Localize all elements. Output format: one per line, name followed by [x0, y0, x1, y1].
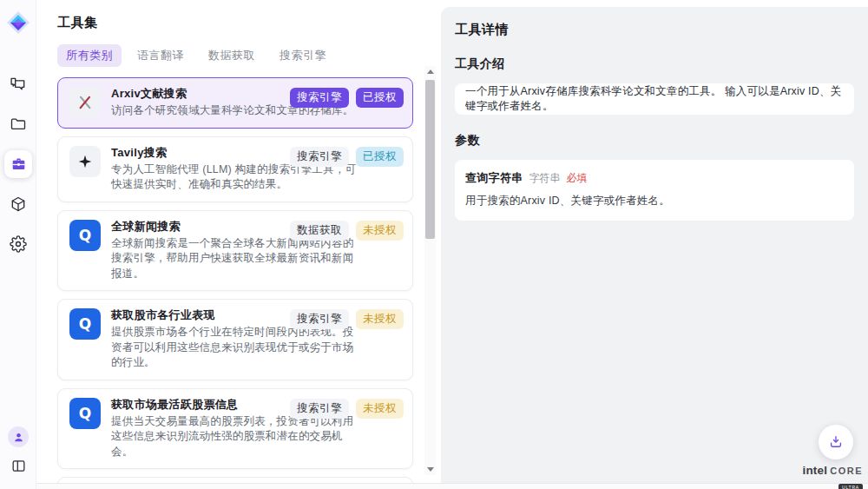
download-icon	[828, 434, 844, 450]
download-button[interactable]	[819, 425, 853, 459]
sidebar	[0, 0, 36, 489]
category-badge: 数据获取	[290, 221, 349, 241]
tool-description: 全球新闻搜索是一个聚合全球各大新闻网站内容的搜索引擎，帮助用户快速获取全球最新资…	[111, 236, 359, 282]
intro-heading: 工具介绍	[455, 56, 854, 72]
ultra-badge: ULTRA	[838, 484, 863, 489]
tool-card[interactable]: Q全球新闻搜索全球新闻搜索是一个聚合全球各大新闻网站内容的搜索引擎，帮助用户快速…	[57, 210, 413, 292]
details-title: 工具详情	[455, 22, 854, 38]
scroll-up-icon[interactable]	[424, 66, 436, 77]
params-heading: 参数	[455, 133, 854, 149]
parameter-name: 查询字符串	[465, 170, 523, 186]
app-window: 工具集 所有类别语言翻译数据获取搜索引擎 Arxiv文献搜索访问各个研究领域大量…	[0, 0, 868, 489]
sidebar-bottom	[0, 426, 36, 477]
status-badge: 已授权	[356, 88, 404, 108]
gear-icon[interactable]	[9, 235, 28, 254]
blue-search-icon: Q	[69, 220, 101, 251]
category-badge: 搜索引擎	[290, 147, 349, 167]
list-scrollbar[interactable]	[424, 66, 436, 475]
tool-card[interactable]: Q获取股市各行业表现提供股票市场各个行业在特定时间段内的表现。投资者可以利用这些…	[57, 299, 413, 380]
status-badge: 未授权	[356, 221, 404, 241]
category-tabs: 所有类别语言翻译数据获取搜索引擎	[57, 45, 441, 66]
tab-0[interactable]: 所有类别	[57, 44, 122, 67]
app-logo	[6, 10, 30, 35]
toolbox-icon[interactable]	[4, 150, 32, 178]
tavily-star-icon	[69, 146, 101, 177]
tool-card[interactable]: Tavily搜索专为人工智能代理 (LLM) 构建的搜索引擎工具，可快速提供实时…	[57, 136, 413, 202]
tool-description: 提供股票市场各个行业在特定时间段内的表现。投资者可以利用这些信息来识别表现优于或…	[111, 325, 359, 371]
cube-icon[interactable]	[9, 195, 28, 214]
tab-2[interactable]: 数据获取	[200, 44, 264, 67]
user-avatar-icon[interactable]	[8, 426, 29, 447]
page-title: 工具集	[57, 15, 441, 31]
toolset-panel: 工具集 所有类别语言翻译数据获取搜索引擎 Arxiv文献搜索访问各个研究领域大量…	[36, 0, 441, 483]
scroll-down-icon[interactable]	[424, 464, 436, 475]
tool-details-panel: 工具详情 工具介绍 一个用于从Arxiv存储库搜索科学论文和文章的工具。 输入可…	[441, 7, 868, 483]
tab-3[interactable]: 搜索引擎	[271, 44, 335, 67]
status-badge: 已授权	[356, 147, 404, 167]
parameter-description: 用于搜索的Arxiv ID、关键字或作者姓名。	[465, 194, 844, 208]
window-bottom-edge	[0, 483, 868, 489]
panels-icon[interactable]	[10, 458, 27, 477]
intel-core-logo: intel CORE ULTRA	[802, 464, 863, 489]
chat-icon[interactable]	[9, 75, 28, 94]
sidebar-nav	[0, 75, 36, 254]
category-badge: 搜索引擎	[290, 309, 349, 329]
status-badge: 未授权	[356, 399, 404, 419]
arxiv-x-icon	[69, 87, 101, 118]
blue-search-icon: Q	[69, 398, 101, 429]
intro-text: 一个用于从Arxiv存储库搜索科学论文和文章的工具。 输入可以是Arxiv ID…	[465, 84, 844, 114]
scrollbar-thumb[interactable]	[425, 80, 435, 239]
parameter-card: 查询字符串 字符串 必填 用于搜索的Arxiv ID、关键字或作者姓名。	[455, 160, 854, 221]
tab-1[interactable]: 语言翻译	[128, 44, 193, 67]
intel-wordmark: intel	[802, 464, 827, 477]
status-badge: 未授权	[356, 309, 404, 329]
category-badge: 搜索引擎	[290, 399, 349, 419]
tool-description: 提供当天交易量最高的股票列表，投资者可以利用这些信息来识别流动性强的股票和潜在的…	[111, 414, 359, 460]
tool-card[interactable]: Arxiv文献搜索访问各个研究领域大量科学论文和文章的存储库。搜索引擎已授权	[57, 77, 413, 129]
required-badge: 必填	[567, 171, 588, 186]
tool-card[interactable]: Q获取市场最活跃股票信息提供当天交易量最高的股票列表，投资者可以利用这些信息来识…	[57, 388, 413, 470]
category-badge: 搜索引擎	[290, 88, 349, 108]
tool-card[interactable]: 万维地区新闻查询查询具体行政区划内的新闻，快速了解各地新闻动搜索引擎未授权	[57, 477, 413, 483]
intro-card: 一个用于从Arxiv存储库搜索科学论文和文章的工具。 输入可以是Arxiv ID…	[455, 83, 854, 115]
tool-description: 专为人工智能代理 (LLM) 构建的搜索引擎工具，可快速提供实时、准确和真实的结…	[111, 162, 359, 193]
folder-icon[interactable]	[9, 115, 28, 134]
blue-search-icon: Q	[69, 308, 101, 340]
tool-list: Arxiv文献搜索访问各个研究领域大量科学论文和文章的存储库。搜索引擎已授权Ta…	[57, 77, 413, 483]
core-wordmark: CORE	[830, 466, 863, 476]
parameter-type: 字符串	[529, 171, 561, 186]
